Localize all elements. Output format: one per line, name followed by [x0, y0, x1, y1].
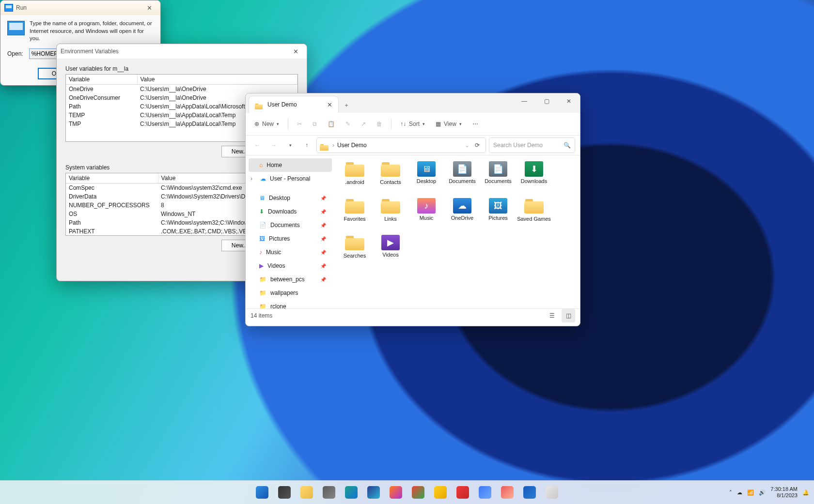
taskbar-app-edge[interactable] [342, 483, 361, 502]
explorer-tabstrip: User Demo ✕ ＋ — ▢ ✕ [246, 93, 580, 113]
desktop-icon: 🖥 [417, 161, 436, 177]
list-item[interactable]: ☁OneDrive [445, 198, 479, 233]
maximize-icon[interactable]: ▢ [535, 93, 558, 109]
new-button[interactable]: ⊕New▾ [250, 116, 283, 132]
pictures-icon: 🖼 [259, 235, 265, 242]
recent-icon[interactable]: ▾ [283, 138, 297, 152]
sidebar-item-documents[interactable]: 📄Documents📌 [249, 218, 332, 232]
pin-icon: 📌 [320, 277, 326, 282]
sidebar-item-between-pcs[interactable]: 📁between_pcs📌 [249, 273, 332, 286]
taskbar-app-start[interactable] [252, 483, 272, 502]
sidebar-item-wallpapers[interactable]: 📁wallpapers [249, 286, 332, 300]
env-titlebar[interactable]: Environment Variables ✕ [57, 44, 307, 59]
close-icon[interactable]: ✕ [288, 46, 303, 56]
chevron-down-icon[interactable]: ⌄ [465, 143, 469, 148]
var-name: TMP [66, 120, 137, 128]
icons-view-icon[interactable]: ◫ [562, 309, 575, 322]
file-explorer-icon [300, 486, 313, 499]
tab-close-icon[interactable]: ✕ [327, 101, 332, 108]
item-label: Downloads [521, 178, 547, 184]
list-item[interactable]: ▶Videos [374, 235, 407, 270]
list-item[interactable]: 🖼Pictures [481, 198, 515, 233]
folder-icon [320, 142, 329, 149]
list-item[interactable]: 🖥Desktop [409, 161, 443, 196]
list-item[interactable]: ⬇Downloads [517, 161, 551, 196]
explorer-content[interactable]: .androidContacts🖥Desktop📄Documents📄Docum… [335, 155, 580, 308]
back-icon[interactable]: ← [250, 138, 264, 152]
copy-icon[interactable]: ⧉ [309, 116, 321, 132]
sidebar-item-pictures[interactable]: 🖼Pictures📌 [249, 232, 332, 245]
search-input[interactable]: Search User Demo 🔍 [489, 137, 575, 153]
onedrive-tray-icon[interactable]: ☁ [737, 489, 742, 496]
run-titlebar[interactable]: Run ✕ [0, 0, 160, 15]
close-icon[interactable]: ✕ [558, 93, 580, 109]
list-item[interactable]: Favorites [338, 198, 372, 233]
taskbar: ˄ ☁ 📶 🔊 7:30:18 AM 8/1/2023 🔔 [0, 480, 814, 504]
videos-icon: ▶ [381, 235, 400, 250]
list-item[interactable]: Links [374, 198, 407, 233]
refresh-icon[interactable]: ⟳ [472, 138, 483, 152]
col-variable[interactable]: Variable [66, 173, 158, 183]
network-icon[interactable]: 📶 [747, 489, 754, 496]
list-item[interactable]: Searches [338, 235, 372, 270]
list-item[interactable]: 📄Documents [481, 161, 515, 196]
taskbar-clock[interactable]: 7:30:18 AM 8/1/2023 [770, 486, 798, 499]
sidebar-item-downloads[interactable]: ⬇Downloads📌 [249, 205, 332, 218]
taskbar-app-calendar[interactable] [498, 483, 517, 502]
minimize-icon[interactable]: — [513, 93, 535, 109]
sidebar-item-rclone[interactable]: 📁rclone [249, 300, 332, 308]
col-variable[interactable]: Variable [66, 75, 137, 85]
taskbar-app-file-explorer[interactable] [297, 483, 316, 502]
taskbar-app-system-properties[interactable] [542, 483, 562, 502]
sidebar-item-music[interactable]: ♪Music📌 [249, 245, 332, 259]
videos-icon: ▶ [259, 262, 264, 269]
list-item[interactable]: Saved Games [517, 198, 551, 233]
close-icon[interactable]: ✕ [142, 3, 157, 13]
more-button[interactable]: ⋯ [469, 116, 482, 132]
sidebar-item-videos[interactable]: ▶Videos📌 [249, 259, 332, 273]
item-label: Searches [344, 253, 366, 259]
chevron-right-icon[interactable]: › [250, 175, 256, 182]
list-item[interactable]: .android [338, 161, 372, 196]
share-icon[interactable]: ↗ [357, 116, 370, 132]
taskbar-app-firefox[interactable] [386, 483, 406, 502]
run-title: Run [16, 4, 27, 11]
taskbar-app-vivaldi[interactable] [453, 483, 472, 502]
documents-icon: 📄 [489, 161, 507, 177]
music-icon: ♪ [259, 249, 262, 256]
details-view-icon[interactable]: ☰ [545, 309, 559, 322]
breadcrumb-item[interactable]: User Demo [337, 142, 367, 149]
system-tray: ˄ ☁ 📶 🔊 7:30:18 AM 8/1/2023 🔔 [729, 486, 814, 499]
sort-button[interactable]: ↑↓Sort▾ [396, 116, 429, 132]
taskbar-app-chrome-canary[interactable] [431, 483, 450, 502]
sidebar-item-home[interactable]: ⌂Home [249, 158, 332, 172]
taskbar-app-todo[interactable] [475, 483, 495, 502]
taskbar-app-task-view[interactable] [275, 483, 294, 502]
delete-icon[interactable]: 🗑 [373, 116, 386, 132]
taskbar-app-chrome[interactable] [408, 483, 428, 502]
up-icon[interactable]: ↑ [300, 138, 313, 152]
explorer-tab[interactable]: User Demo ✕ [249, 96, 339, 113]
taskbar-app-settings[interactable] [319, 483, 339, 502]
forward-icon[interactable]: → [267, 138, 281, 152]
paste-icon[interactable]: 📋 [324, 116, 339, 132]
sidebar-item-desktop[interactable]: 🖥Desktop📌 [249, 191, 332, 205]
new-tab-button[interactable]: ＋ [339, 97, 354, 113]
col-value[interactable]: Value [137, 75, 297, 85]
list-item[interactable]: Contacts [374, 161, 407, 196]
taskbar-app-word[interactable] [520, 483, 539, 502]
notifications-icon[interactable]: 🔔 [802, 489, 809, 496]
list-item[interactable]: 📄Documents [445, 161, 479, 196]
cut-icon[interactable]: ✂ [293, 116, 306, 132]
rename-icon[interactable]: ✎ [342, 116, 354, 132]
explorer-statusbar: 14 items ☰ ◫ [246, 308, 580, 322]
list-item[interactable]: ♪Music [409, 198, 443, 233]
tray-chevron-icon[interactable]: ˄ [729, 489, 732, 496]
sidebar-item-user-personal[interactable]: ›☁User - Personal [249, 172, 332, 185]
taskbar-app-firefox-dev[interactable] [364, 483, 383, 502]
table-row[interactable]: OneDriveC:\Users\m__la\OneDrive [66, 85, 297, 94]
pin-icon: 📌 [320, 223, 326, 228]
breadcrumb[interactable]: › User Demo ⌄ ⟳ [316, 137, 486, 153]
volume-icon[interactable]: 🔊 [759, 489, 766, 496]
view-button[interactable]: ▦View▾ [432, 116, 466, 132]
